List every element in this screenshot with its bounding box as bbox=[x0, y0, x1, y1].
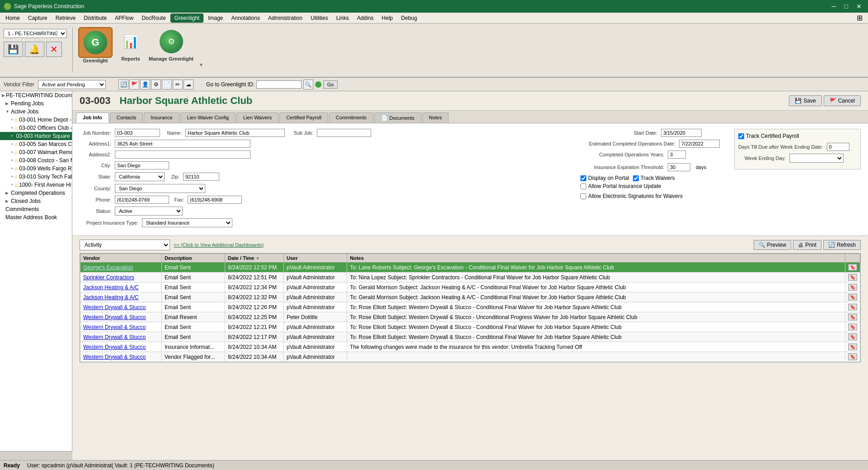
project-insurance-select[interactable]: Standard Insurance bbox=[142, 218, 232, 227]
sidebar-job-03007[interactable]: + ⚠ 03-007 Walmart Remo bbox=[0, 148, 72, 156]
sidebar-job-03009[interactable]: + ⚠ 03-009 Wells Fargo Re bbox=[0, 164, 72, 173]
vendor-link[interactable]: Western Drywall & Stucco bbox=[83, 304, 146, 310]
sidebar-job-03005[interactable]: + ⚠ 03-005 San Marcos Cit bbox=[0, 140, 72, 148]
row-action-button[interactable]: 🔖 bbox=[848, 274, 857, 281]
allow-portal-insurance-input[interactable] bbox=[580, 183, 586, 189]
menu-retrieve[interactable]: Retrieve bbox=[52, 14, 80, 22]
close-button[interactable]: ✕ bbox=[854, 2, 864, 11]
menu-image[interactable]: Image bbox=[204, 14, 226, 22]
reports-toolbar-button[interactable]: 📊 bbox=[114, 27, 147, 56]
bell-button[interactable]: 🔔 bbox=[25, 42, 44, 57]
filter-icon-2[interactable]: 🚩 bbox=[129, 80, 139, 89]
menu-links[interactable]: Links bbox=[333, 14, 353, 22]
filter-icon-3[interactable]: 👤 bbox=[140, 80, 150, 89]
print-button[interactable]: 🖨 Print bbox=[793, 240, 821, 250]
dashboard-additional-link[interactable]: << (Click to View Additional Dashboards) bbox=[174, 242, 264, 248]
vendor-link[interactable]: Western Drywall & Stucco bbox=[83, 354, 146, 360]
sub-job-input[interactable] bbox=[317, 129, 371, 137]
city-input[interactable] bbox=[115, 161, 169, 169]
resize-icon[interactable]: ⊞ bbox=[857, 14, 863, 22]
vendor-filter-dropdown[interactable]: Active and Pending Active Pending All bbox=[38, 80, 106, 89]
sidebar-active-jobs[interactable]: ▼ Active Jobs bbox=[0, 108, 72, 116]
manage-greenlight-toolbar-button[interactable]: ⚙ bbox=[155, 27, 188, 56]
vendor-link[interactable]: George's Excavation bbox=[83, 264, 133, 271]
job-number-input[interactable] bbox=[115, 129, 160, 137]
tab-commitments[interactable]: Commitments bbox=[329, 113, 373, 123]
vendor-link[interactable]: Western Drywall & Stucco bbox=[83, 324, 146, 330]
row-action-button[interactable]: 🔖 bbox=[848, 353, 857, 360]
row-action-button[interactable]: 🔖 bbox=[848, 314, 857, 320]
menu-distribute[interactable]: Distribute bbox=[80, 14, 110, 22]
row-action-button[interactable]: 🔖 bbox=[848, 294, 857, 301]
county-select[interactable]: San Diego bbox=[115, 184, 205, 193]
row-action-button[interactable]: 🔖 bbox=[848, 334, 857, 340]
save-job-button[interactable]: 💾 Save bbox=[789, 95, 821, 106]
sidebar-pending-jobs[interactable]: ▶ Pending Jobs bbox=[0, 99, 72, 108]
close-doc-button[interactable]: ✕ bbox=[46, 42, 62, 57]
status-select[interactable]: Active Pending Closed bbox=[115, 207, 183, 216]
tab-lien-waiver-config[interactable]: Lien Waiver Config bbox=[180, 113, 236, 123]
track-certified-payroll-input[interactable] bbox=[738, 133, 744, 139]
sidebar-job-03008[interactable]: + ⚠ 03-008 Costco - San M bbox=[0, 156, 72, 164]
vendor-link[interactable]: Jackson Heating & A/C bbox=[83, 284, 139, 291]
menu-utilities[interactable]: Utilities bbox=[307, 14, 332, 22]
allow-electronic-sigs-input[interactable] bbox=[580, 193, 586, 199]
vendor-link[interactable]: Western Drywall & Stucco bbox=[83, 334, 146, 340]
filter-icon-7[interactable]: ☁ bbox=[184, 80, 193, 89]
sidebar-root[interactable]: ▶ PE-TECHWRITING Documents bbox=[0, 91, 72, 99]
row-action-button[interactable]: 🔖 bbox=[848, 324, 857, 330]
sidebar-commitments[interactable]: Commitments bbox=[0, 205, 72, 213]
completed-years-input[interactable] bbox=[668, 150, 686, 159]
menu-docroute[interactable]: DocRoute bbox=[138, 14, 169, 22]
save-button[interactable]: 💾 bbox=[4, 42, 23, 57]
sidebar-resize-handle[interactable] bbox=[0, 451, 72, 460]
maximize-button[interactable]: □ bbox=[842, 2, 851, 11]
sidebar-job-03002[interactable]: + ⚠ 03-002 Officers Club - bbox=[0, 124, 72, 132]
menu-administration[interactable]: Administration bbox=[264, 14, 306, 22]
zip-input[interactable] bbox=[183, 173, 219, 181]
start-date-input[interactable] bbox=[661, 129, 702, 137]
filter-icon-5[interactable]: 📄 bbox=[162, 80, 172, 89]
vendor-link[interactable]: Western Drywall & Stucco bbox=[83, 314, 146, 320]
document-dropdown[interactable]: 1 - PE-TECHWRITING Documer bbox=[4, 29, 67, 38]
sidebar-job-03003[interactable]: + 03-003 Harbor Square bbox=[0, 132, 72, 140]
go-to-input[interactable] bbox=[256, 80, 302, 89]
go-button[interactable]: Go bbox=[323, 80, 338, 89]
est-completed-input[interactable] bbox=[679, 140, 720, 148]
tab-notes[interactable]: Notes bbox=[422, 113, 449, 123]
menu-apflow[interactable]: APFlow bbox=[111, 14, 137, 22]
sidebar-job-03001[interactable]: + ⚠ 03-001 Home Depot - bbox=[0, 116, 72, 124]
state-select[interactable]: California bbox=[115, 172, 165, 181]
row-action-button[interactable]: 🔖 bbox=[848, 304, 857, 310]
filter-icon-6[interactable]: ✏ bbox=[173, 80, 183, 89]
row-action-button[interactable]: 🔖 bbox=[848, 264, 857, 271]
row-action-button[interactable]: 🔖 bbox=[848, 284, 857, 291]
menu-home[interactable]: Home bbox=[2, 14, 24, 22]
vendor-link[interactable]: Jackson Heating & A/C bbox=[83, 294, 139, 301]
vendor-link[interactable]: Western Drywall & Stucco bbox=[83, 344, 146, 350]
menu-help[interactable]: Help bbox=[378, 14, 396, 22]
menu-greenlight[interactable]: Greenlight bbox=[170, 14, 203, 23]
menu-addins[interactable]: Addins bbox=[354, 14, 377, 22]
tab-insurance[interactable]: Insurance bbox=[144, 113, 179, 123]
tab-documents[interactable]: 📄 Documents bbox=[374, 113, 421, 123]
tab-job-info[interactable]: Job Info bbox=[76, 113, 109, 123]
sidebar-job-1000[interactable]: + ⚠ 1000- First Avenue Hi bbox=[0, 181, 72, 189]
display-on-portal-input[interactable] bbox=[580, 175, 586, 181]
fax-input[interactable] bbox=[188, 196, 242, 204]
row-action-button[interactable]: 🔖 bbox=[848, 343, 857, 350]
sidebar-completed-ops[interactable]: ▶ Completed Operations bbox=[0, 189, 72, 197]
sidebar-job-03010[interactable]: + ⚠ 03-010 Sony Tech Fab bbox=[0, 173, 72, 181]
greenlight-toolbar-button[interactable]: G bbox=[78, 27, 113, 58]
filter-icon-1[interactable]: 🔄 bbox=[118, 80, 128, 89]
tab-contacts[interactable]: Contacts bbox=[110, 113, 143, 123]
filter-icon-4[interactable]: ⚙ bbox=[151, 80, 161, 89]
tab-certified-payroll[interactable]: Certified Payroll bbox=[279, 113, 328, 123]
search-icon-btn[interactable]: 🔍 bbox=[303, 80, 313, 89]
sidebar-closed-jobs[interactable]: ▶ Closed Jobs bbox=[0, 197, 72, 205]
days-till-due-input[interactable] bbox=[827, 143, 849, 151]
cancel-job-button[interactable]: 🚩 Cancel bbox=[824, 95, 861, 106]
preview-button[interactable]: 🔍 Preview bbox=[754, 240, 792, 250]
menu-capture[interactable]: Capture bbox=[24, 14, 51, 22]
menu-annotations[interactable]: Annotations bbox=[228, 14, 264, 22]
